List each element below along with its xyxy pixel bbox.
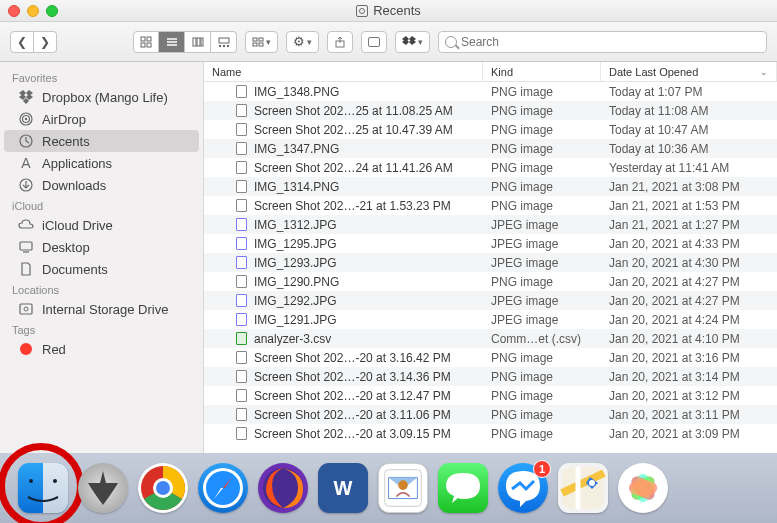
- file-icon: [234, 104, 248, 118]
- back-button[interactable]: ❮: [10, 31, 34, 53]
- dock-maps-icon[interactable]: [558, 463, 608, 513]
- file-row[interactable]: IMG_1290.PNGPNG imageJan 20, 2021 at 4:2…: [204, 272, 777, 291]
- file-icon: [234, 294, 248, 308]
- toolbar: ❮ ❯ ▾ ⚙▾ ▾: [0, 22, 777, 62]
- file-icon: [234, 389, 248, 403]
- file-row[interactable]: analyzer-3.csvComm…et (.csv)Jan 20, 2021…: [204, 329, 777, 348]
- search-field[interactable]: [438, 31, 767, 53]
- group-by-button[interactable]: ▾: [245, 31, 278, 53]
- svg-rect-8: [197, 38, 200, 46]
- dock-word-icon[interactable]: W: [318, 463, 368, 513]
- sidebar-item-label: Desktop: [42, 240, 90, 255]
- dock-firefox-icon[interactable]: [258, 463, 308, 513]
- file-kind: JPEG image: [483, 237, 601, 251]
- file-row[interactable]: Screen Shot 202…-20 at 3.12.47 PMPNG ima…: [204, 386, 777, 405]
- minimize-window-button[interactable]: [27, 5, 39, 17]
- svg-rect-15: [259, 38, 263, 41]
- forward-button[interactable]: ❯: [34, 31, 57, 53]
- file-date: Today at 11:08 AM: [601, 104, 777, 118]
- file-name: Screen Shot 202…-20 at 3.12.47 PM: [254, 389, 451, 403]
- file-row[interactable]: Screen Shot 202…-21 at 1.53.23 PMPNG ima…: [204, 196, 777, 215]
- sidebar-item-label: Applications: [42, 156, 112, 171]
- file-name: Screen Shot 202…24 at 11.41.26 AM: [254, 161, 453, 175]
- file-name: IMG_1291.JPG: [254, 313, 337, 327]
- tag-icon: [368, 37, 380, 47]
- file-row[interactable]: IMG_1292.JPGJPEG imageJan 20, 2021 at 4:…: [204, 291, 777, 310]
- file-icon: [234, 199, 248, 213]
- dock-messenger-icon[interactable]: 1: [498, 463, 548, 513]
- svg-point-59: [589, 480, 595, 486]
- file-name: IMG_1295.JPG: [254, 237, 337, 251]
- column-kind[interactable]: Kind: [483, 62, 601, 81]
- column-date[interactable]: Date Last Opened⌄: [601, 62, 777, 81]
- dropbox-icon: [18, 89, 34, 105]
- column-name[interactable]: Name: [204, 62, 483, 81]
- close-window-button[interactable]: [8, 5, 20, 17]
- file-row[interactable]: IMG_1291.JPGJPEG imageJan 20, 2021 at 4:…: [204, 310, 777, 329]
- sidebar-item-dropbox[interactable]: Dropbox (Mango Life): [4, 86, 199, 108]
- dock-messages-icon[interactable]: [438, 463, 488, 513]
- file-row[interactable]: IMG_1293.JPGJPEG imageJan 20, 2021 at 4:…: [204, 253, 777, 272]
- sidebar-item-apps[interactable]: AApplications: [4, 152, 199, 174]
- file-icon: [234, 370, 248, 384]
- svg-rect-12: [223, 45, 225, 47]
- sidebar-item-drive[interactable]: Internal Storage Drive: [4, 298, 199, 320]
- file-row[interactable]: Screen Shot 202…25 at 10.47.39 AMPNG ima…: [204, 120, 777, 139]
- sidebar-item-documents[interactable]: Documents: [4, 258, 199, 280]
- file-row[interactable]: IMG_1314.PNGPNG imageJan 21, 2021 at 3:0…: [204, 177, 777, 196]
- file-name: IMG_1314.PNG: [254, 180, 339, 194]
- dock-launchpad-icon[interactable]: [78, 463, 128, 513]
- sidebar-item-icloud[interactable]: iCloud Drive: [4, 214, 199, 236]
- fullscreen-window-button[interactable]: [46, 5, 58, 17]
- dock-photos-icon[interactable]: [618, 463, 668, 513]
- sidebar-item-downloads[interactable]: Downloads: [4, 174, 199, 196]
- sidebar-item-label: iCloud Drive: [42, 218, 113, 233]
- svg-rect-3: [147, 43, 151, 47]
- file-date: Jan 20, 2021 at 4:27 PM: [601, 294, 777, 308]
- svg-point-56: [398, 480, 408, 490]
- file-kind: JPEG image: [483, 294, 601, 308]
- file-row[interactable]: IMG_1312.JPGJPEG imageJan 21, 2021 at 1:…: [204, 215, 777, 234]
- file-date: Jan 20, 2021 at 4:24 PM: [601, 313, 777, 327]
- file-date: Today at 1:07 PM: [601, 85, 777, 99]
- dropbox-button[interactable]: ▾: [395, 31, 430, 53]
- file-icon: [234, 218, 248, 232]
- file-row[interactable]: Screen Shot 202…-20 at 3.16.42 PMPNG ima…: [204, 348, 777, 367]
- file-icon: [234, 180, 248, 194]
- sidebar-item-tag[interactable]: Red: [4, 338, 199, 360]
- file-icon: [234, 256, 248, 270]
- list-view-button[interactable]: [159, 31, 185, 53]
- file-row[interactable]: Screen Shot 202…-20 at 3.09.15 PMPNG ima…: [204, 424, 777, 443]
- file-row[interactable]: Screen Shot 202…25 at 11.08.25 AMPNG ima…: [204, 101, 777, 120]
- column-view-button[interactable]: [185, 31, 211, 53]
- svg-rect-10: [219, 38, 229, 43]
- window-controls: [8, 5, 58, 17]
- gallery-view-button[interactable]: [211, 31, 237, 53]
- share-icon: [334, 36, 346, 48]
- dock-safari-icon[interactable]: [198, 463, 248, 513]
- file-row[interactable]: IMG_1295.JPGJPEG imageJan 20, 2021 at 4:…: [204, 234, 777, 253]
- file-date: Jan 20, 2021 at 4:27 PM: [601, 275, 777, 289]
- file-row[interactable]: Screen Shot 202…-20 at 3.11.06 PMPNG ima…: [204, 405, 777, 424]
- search-input[interactable]: [461, 35, 760, 49]
- file-icon: [234, 237, 248, 251]
- file-row[interactable]: IMG_1348.PNGPNG imageToday at 1:07 PM: [204, 82, 777, 101]
- file-row[interactable]: Screen Shot 202…-20 at 3.14.36 PMPNG ima…: [204, 367, 777, 386]
- recents-icon: [18, 133, 34, 149]
- share-button[interactable]: [327, 31, 353, 53]
- file-rows: IMG_1348.PNGPNG imageToday at 1:07 PMScr…: [204, 82, 777, 443]
- dock-chrome-icon[interactable]: [138, 463, 188, 513]
- sidebar-item-desktop[interactable]: Desktop: [4, 236, 199, 258]
- file-name: IMG_1292.JPG: [254, 294, 337, 308]
- tags-button[interactable]: [361, 31, 387, 53]
- search-icon: [445, 36, 457, 48]
- dock-finder-icon[interactable]: [18, 463, 68, 513]
- action-menu-button[interactable]: ⚙▾: [286, 31, 319, 53]
- sidebar-item-airdrop[interactable]: AirDrop: [4, 108, 199, 130]
- sidebar-item-recents[interactable]: Recents: [4, 130, 199, 152]
- file-row[interactable]: IMG_1347.PNGPNG imageToday at 10:36 AM: [204, 139, 777, 158]
- airdrop-icon: [18, 111, 34, 127]
- icon-view-button[interactable]: [133, 31, 159, 53]
- file-row[interactable]: Screen Shot 202…24 at 11.41.26 AMPNG ima…: [204, 158, 777, 177]
- dock-mail-icon[interactable]: [378, 463, 428, 513]
